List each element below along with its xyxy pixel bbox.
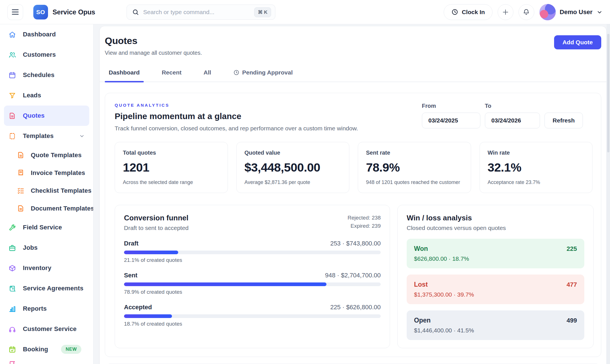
search-bar: ⌘ K — [127, 5, 275, 20]
sidebar-item-label: Dashboard — [23, 31, 56, 38]
user-menu[interactable]: Demo User — [539, 4, 603, 20]
stat-label: Sent rate — [366, 150, 463, 156]
stage-sub: 78.9% of created quotes — [124, 289, 381, 295]
funnel-stage-accepted: Accepted 225 · $626,800.00 18.7% of crea… — [124, 304, 381, 327]
from-date-input[interactable] — [422, 113, 480, 128]
funnel-icon — [8, 92, 16, 99]
sidebar-item-label: Customer Service — [23, 325, 77, 333]
briefcase-icon — [8, 244, 16, 252]
to-label: To — [485, 103, 540, 109]
sidebar-item-field-service[interactable]: Field Service — [4, 217, 89, 238]
funnel-stage-sent: Sent 948 · $2,704,700.00 78.9% of create… — [124, 272, 381, 295]
notifications-button[interactable] — [518, 4, 534, 20]
stat-label: Win rate — [488, 150, 585, 156]
users-icon — [8, 51, 16, 59]
tab-pending-approval[interactable]: Pending Approval — [229, 69, 297, 82]
wrench-icon — [8, 224, 16, 231]
stage-value: 948 · $2,704,700.00 — [325, 272, 381, 279]
calendar-icon — [8, 71, 16, 79]
tab-label: All — [204, 69, 211, 76]
sidebar-item-label: Schedules — [23, 71, 55, 79]
expired-count: Expired: 239 — [348, 222, 381, 230]
tab-all[interactable]: All — [200, 69, 215, 82]
main-content: Quotes View and manage all customer quot… — [99, 26, 607, 364]
sidebar-item-label: Customers — [23, 51, 56, 58]
sidebar-item-customer-service[interactable]: Customer Service — [4, 319, 89, 339]
quote-analytics-section: QUOTE ANALYTICS Pipeline momentum at a g… — [105, 93, 601, 357]
clock-in-label: Clock In — [462, 9, 485, 16]
sidebar-item-quotes[interactable]: Quotes — [4, 106, 89, 126]
from-label: From — [422, 103, 480, 109]
list-checks-icon — [17, 187, 25, 194]
calendar-check-icon — [8, 346, 16, 353]
page-header: Quotes View and manage all customer quot… — [100, 26, 606, 56]
winloss-row-open: Open 499 $1,446,400.00 · 41.5% — [407, 310, 584, 340]
stat-sub: 948 of 1201 quotes reached the customer — [366, 179, 463, 185]
new-badge: NEW — [61, 345, 81, 354]
funnel-title: Conversion funnel — [124, 214, 189, 222]
sidebar-item-document-templates[interactable]: Document Templates — [4, 199, 89, 217]
clock-icon — [233, 69, 239, 76]
avatar — [539, 4, 556, 20]
sidebar-item-jobs[interactable]: Jobs — [4, 238, 89, 258]
bar-chart-icon — [8, 305, 16, 313]
sidebar: Dashboard Customers Schedules Leads Quot… — [0, 24, 93, 364]
refresh-button[interactable]: Refresh — [544, 113, 583, 128]
funnel-bar-fill — [124, 251, 178, 254]
search-icon — [132, 8, 139, 16]
scrollbar-thumb[interactable] — [607, 34, 609, 152]
sidebar-item-label: Checklist Templates — [31, 187, 91, 194]
sidebar-item-checklist-templates[interactable]: Checklist Templates — [4, 182, 89, 199]
sidebar-item-customers[interactable]: Customers — [4, 45, 89, 65]
tabs: Dashboard Recent All Pending Approval — [100, 67, 606, 82]
sidebar-item-label: Invoice Templates — [31, 169, 85, 177]
hamburger-icon — [12, 9, 19, 10]
chevron-down-icon — [596, 9, 603, 15]
headphones-icon — [8, 325, 16, 333]
to-date-input[interactable] — [485, 113, 540, 128]
sidebar-item-dashboard[interactable]: Dashboard — [4, 24, 89, 45]
add-quote-button[interactable]: Add Quote — [554, 35, 601, 49]
page-title: Quotes — [105, 35, 601, 46]
sidebar-item-label: Inventory — [23, 264, 51, 272]
funnel-side-stats: Rejected: 238 Expired: 239 — [348, 214, 381, 230]
date-range-controls: From To Refresh — [422, 103, 592, 128]
tab-label: Recent — [162, 69, 182, 76]
stage-label: Accepted — [124, 304, 152, 311]
sidebar-item-reports[interactable]: Reports — [4, 299, 89, 319]
clock-in-button[interactable]: Clock In — [444, 4, 493, 20]
topbar: SO Service Opus ⌘ K Clock In Demo User — [0, 0, 610, 24]
tab-recent[interactable]: Recent — [158, 69, 186, 82]
stat-card-sent-rate: Sent rate 78.9% 948 of 1201 quotes reach… — [358, 142, 471, 193]
stage-label: Sent — [124, 272, 138, 279]
funnel-bar-track — [124, 314, 381, 318]
sidebar-item-invoice-templates[interactable]: Invoice Templates — [4, 164, 89, 182]
win-loss-panel: Win / loss analysis Closed outcomes vers… — [397, 205, 594, 348]
funnel-bar-track — [124, 251, 381, 254]
search-input[interactable] — [143, 9, 254, 16]
stat-value: $3,448,500.00 — [245, 161, 341, 174]
winloss-count: 225 — [567, 245, 577, 253]
tab-dashboard[interactable]: Dashboard — [105, 69, 144, 82]
funnel-bar-track — [124, 282, 381, 286]
scroll-icon — [8, 285, 16, 292]
file-text-icon — [17, 151, 25, 159]
sidebar-item-service-agreements[interactable]: Service Agreements — [4, 278, 89, 299]
stat-card-quoted-value: Quoted value $3,448,500.00 Average $2,87… — [236, 142, 350, 193]
sidebar-item-leads[interactable]: Leads — [4, 85, 89, 106]
hamburger-menu-button[interactable] — [7, 4, 23, 20]
winloss-detail: $626,800.00 · 18.7% — [414, 255, 577, 262]
sidebar-item-templates[interactable]: Templates — [4, 126, 89, 146]
sidebar-item-inventory[interactable]: Inventory — [4, 258, 89, 278]
winloss-label: Lost — [414, 281, 428, 288]
winloss-rows: Won 225 $626,800.00 · 18.7% Lost 477 $1,… — [407, 239, 584, 340]
stage-value: 225 · $626,800.00 — [330, 304, 381, 311]
sidebar-item-booking[interactable]: Booking NEW — [4, 339, 89, 359]
add-new-button[interactable] — [498, 4, 513, 20]
rejected-count: Rejected: 238 — [348, 214, 381, 222]
stage-sub: 18.7% of created quotes — [124, 321, 381, 327]
sidebar-item-label: Quotes — [23, 112, 45, 119]
sidebar-item-schedules[interactable]: Schedules — [4, 65, 89, 85]
sidebar-item-quote-templates[interactable]: Quote Templates — [4, 146, 89, 164]
sidebar-item-label: Service Agreements — [23, 285, 83, 292]
